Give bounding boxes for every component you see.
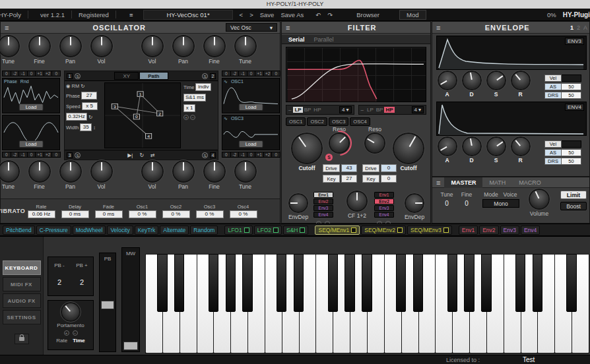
black-key[interactable]: [209, 254, 218, 312]
mod-source-lfo2[interactable]: LFO2: [254, 226, 282, 235]
routing-tab-serial[interactable]: Serial: [288, 36, 305, 43]
filter1-bypass-icon[interactable]: –: [288, 107, 291, 113]
pad-minus-icon[interactable]: −: [190, 115, 195, 120]
mod-source-c-pressure[interactable]: C-Pressure: [36, 226, 71, 235]
black-key[interactable]: [362, 254, 372, 312]
osc-bottom-vol-knob-4[interactable]: [143, 162, 162, 181]
osc-top-fine-knob-1[interactable]: [30, 36, 49, 56]
master-menu-icon[interactable]: ≡: [432, 179, 444, 187]
env3-display[interactable]: ENV3: [436, 36, 587, 70]
black-key[interactable]: [226, 254, 236, 312]
pitch-cell-2[interactable]: -1: [18, 152, 28, 158]
pitch-cell-0[interactable]: 0: [2, 152, 11, 158]
mod-source-env2[interactable]: Env2: [479, 226, 498, 235]
mod-source-env4[interactable]: Env4: [521, 226, 540, 235]
folder-icon[interactable]: [397, 228, 403, 233]
black-key[interactable]: [277, 254, 286, 312]
rate-value[interactable]: 0.32Hz: [66, 113, 87, 121]
black-key[interactable]: [533, 254, 542, 312]
voice-mode-value[interactable]: Mono: [482, 199, 519, 208]
pitch-cell-6[interactable]: 0: [51, 71, 61, 76]
pitch-cell-2[interactable]: -1: [238, 152, 247, 158]
envdep2-knob[interactable]: [406, 195, 423, 212]
porta-rate-option[interactable]: Rate: [56, 338, 67, 344]
pitch-cell-3[interactable]: 0: [27, 152, 36, 158]
envdep1-knob[interactable]: [290, 195, 307, 212]
vibrato-rate-value[interactable]: 0.06 Hz: [28, 210, 55, 218]
cf-knob[interactable]: [348, 192, 366, 210]
pad-solo-1[interactable]: S: [75, 73, 81, 79]
pitch-cell-2[interactable]: -1: [238, 71, 247, 76]
mod-source-seq-menv3[interactable]: SEQ/MEnv3: [407, 226, 452, 235]
pitch-cell-3[interactable]: 0: [247, 152, 256, 158]
mod-button[interactable]: Mod: [399, 10, 426, 20]
pad-solo-4[interactable]: S: [202, 152, 208, 158]
pitch-cell-0[interactable]: 0: [222, 71, 231, 76]
folder-icon[interactable]: [443, 228, 449, 233]
pitch-cell-5[interactable]: +2: [263, 71, 273, 76]
env4-r-knob[interactable]: [512, 138, 529, 155]
routing-tab-parallel[interactable]: Parallel: [314, 36, 334, 43]
mod-source-seq-menv2[interactable]: SEQ/MEnv2: [361, 226, 406, 235]
env4-display[interactable]: ENV4: [436, 102, 587, 136]
sidebar-item-settings[interactable]: SETTINGS: [3, 310, 41, 324]
vector-pad-canvas[interactable]: 01234: [104, 82, 181, 148]
black-key[interactable]: [481, 254, 491, 312]
mult-value[interactable]: x 1: [183, 104, 195, 112]
osc-bottom-tune-knob-0[interactable]: [0, 162, 18, 181]
osc1-rnd-tag[interactable]: Rnd: [20, 79, 29, 84]
black-key[interactable]: [464, 254, 474, 312]
black-key[interactable]: [328, 254, 338, 312]
menu-icon[interactable]: ≡: [129, 11, 133, 18]
black-key[interactable]: [515, 254, 525, 312]
sidebar-item-keyboard[interactable]: KEYBOARD: [3, 260, 41, 275]
master-tab-macro[interactable]: MACRO: [512, 177, 548, 188]
pitch-cell-3[interactable]: 0: [247, 71, 256, 76]
osc1-load-button[interactable]: Load: [19, 104, 44, 111]
master-volume-knob[interactable]: [530, 190, 548, 208]
filter-osc1-button[interactable]: OSC1: [286, 117, 306, 126]
black-key[interactable]: [174, 254, 184, 312]
env3-a-knob[interactable]: [439, 72, 456, 89]
pb-slider-cap[interactable]: [101, 301, 114, 309]
envdep2-env3-button[interactable]: Env3: [374, 205, 394, 211]
pitch-cell-5[interactable]: +2: [263, 152, 273, 158]
phase-value[interactable]: 27: [81, 92, 97, 100]
mw-slider-cap[interactable]: [123, 342, 138, 350]
sidebar-item-midi-fx[interactable]: MIDI FX: [3, 277, 41, 291]
filter-menu-icon[interactable]: ≡: [282, 24, 294, 32]
pitch-cell-6[interactable]: 0: [51, 152, 61, 158]
speed-value[interactable]: x 5: [82, 102, 98, 110]
preset-prev-button[interactable]: <: [240, 11, 244, 18]
osc-top-pan-knob-2[interactable]: [61, 36, 81, 56]
envdep1-env2-button[interactable]: Env2: [313, 198, 333, 204]
env4-d-knob[interactable]: [463, 138, 480, 155]
osc-top-vol-knob-3[interactable]: [92, 36, 112, 56]
env3-as-value[interactable]: 50: [562, 83, 581, 90]
filter-osc4-button[interactable]: OSC4: [350, 117, 370, 126]
filter2-type-hp[interactable]: HP: [384, 107, 394, 113]
pitch-cell-4[interactable]: +1: [35, 71, 44, 76]
vibrato-fade-value[interactable]: 0 ms: [95, 210, 123, 218]
env3-r-knob[interactable]: [512, 72, 529, 89]
mod-source-keytrk[interactable]: KeyTrk: [135, 226, 159, 235]
filter2-slope-dropdown[interactable]: 4 ▾: [412, 106, 424, 113]
save-as-button[interactable]: Save As: [280, 11, 304, 18]
rm-power-icon[interactable]: ◉: [66, 83, 71, 89]
black-key[interactable]: [294, 254, 304, 312]
osc-bottom-fine-knob-6[interactable]: [205, 162, 224, 181]
black-key[interactable]: [157, 254, 167, 312]
pitch-cell-0[interactable]: 0: [222, 152, 231, 158]
env3-s-knob[interactable]: [488, 72, 505, 89]
vibrato-osc3-value[interactable]: 0 %: [196, 210, 224, 218]
env3-d-knob[interactable]: [463, 72, 480, 89]
rm-loop-icon[interactable]: ↻: [81, 83, 84, 89]
pitch-cell-3[interactable]: 0: [27, 71, 36, 76]
filter-response-display[interactable]: [286, 47, 426, 102]
osc3-load-button[interactable]: Load: [239, 104, 263, 111]
osc-top-pan-knob-5[interactable]: [174, 36, 193, 56]
env4-a-knob[interactable]: [439, 138, 456, 155]
filter-osc2-button[interactable]: OSC2: [307, 117, 327, 126]
width-value[interactable]: 35: [80, 123, 92, 131]
drive1-value[interactable]: 43: [341, 164, 357, 172]
